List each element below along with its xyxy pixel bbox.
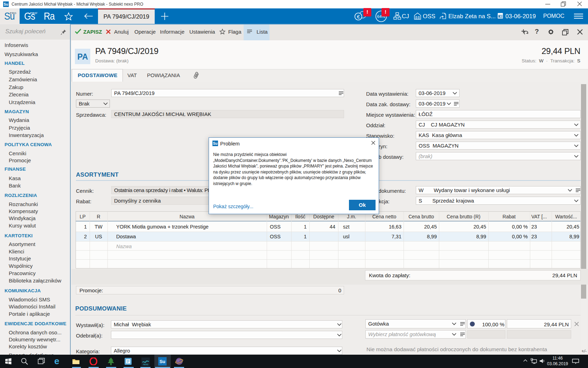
- svg-text:nexo: nexo: [143, 363, 148, 366]
- svg-text:Su: Su: [160, 359, 166, 364]
- svg-text:Su: Su: [4, 2, 8, 6]
- svg-text:€: €: [357, 14, 360, 20]
- svg-text:Su: Su: [213, 142, 218, 145]
